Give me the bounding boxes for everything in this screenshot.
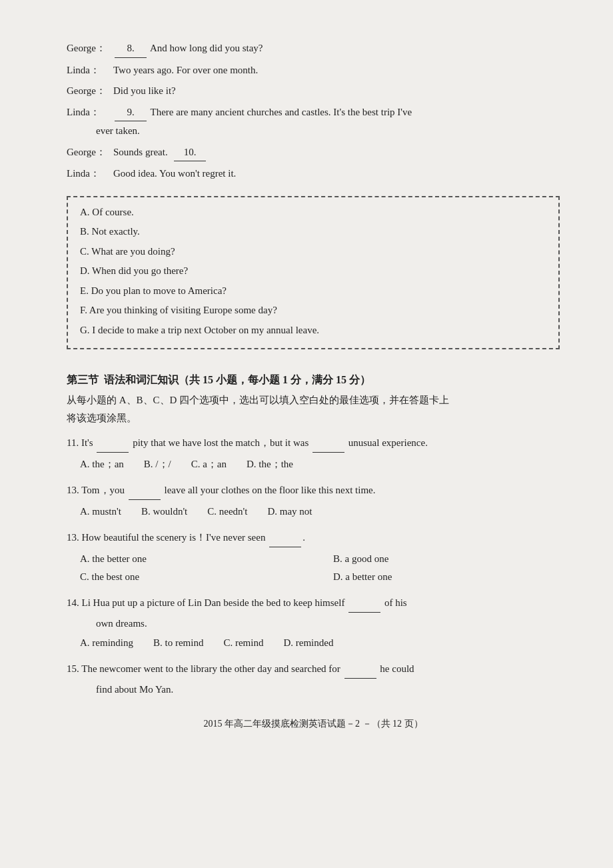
choice-14-D: D. reminded [283,634,333,652]
section3-desc1: 从每小题的 A、B、C、D 四个选项中，选出可以填入空白处的最佳选项，并在答题卡… [67,395,449,405]
dialog-george-2: George： Did you like it? [67,83,560,100]
choice-11-C: C. a；an [191,455,227,473]
dialog-text-george-8: 8. And how long did you stay? [113,40,560,58]
question-13b-text: 13. How beautiful the scenery is！I've ne… [67,529,560,547]
dialog-text-linda-2: Good idea. You won't regret it. [113,165,560,183]
blank-11b [312,434,344,453]
dialog-text-george-10: Sounds great. 10. [113,144,560,162]
dialog-text-linda-1: Two years ago. For over one month. [113,62,560,79]
speaker-linda-1: Linda： [67,62,113,79]
question-13b: 13. How beautiful the scenery is！I've ne… [67,529,560,586]
question-11: 11. It's pity that we have lost the matc… [67,434,560,473]
dialog-linda-2: Linda： Good idea. You won't regret it. [67,165,560,183]
section3-label: 第三节 [67,373,99,387]
choice-14-A: A. reminding [80,634,133,652]
dialog-george-8: George： 8. And how long did you stay? [67,40,560,58]
dialog-text-george-2: Did you like it? [113,83,560,100]
dialog-linda-1: Linda： Two years ago. For over one month… [67,62,560,79]
choice-13a-C: C. needn't [207,503,247,521]
options-box: A. Of course. B. Not exactly. C. What ar… [67,196,560,350]
choice-13b-B: B. a good one [333,550,560,568]
choice-13b-C: C. the best one [80,568,306,586]
speaker-george-10: George： [67,144,113,161]
blank-15 [344,660,376,679]
blank-9: 9. [115,104,147,122]
dialog-text-linda-9: 9. There are many ancient churches and c… [113,104,560,122]
option-D: D. When did you go there? [80,263,546,280]
question-15-continued: find about Mo Yan. [67,681,560,699]
speaker-george: George： [67,40,113,57]
section3-title: 第三节 语法和词汇知识（共 15 小题，每小题 1 分，满分 15 分） [67,373,560,387]
question-11-text: 11. It's pity that we have lost the matc… [67,434,560,453]
dialog-george-10: George： Sounds great. 10. [67,144,560,162]
choice-13a-D: D. may not [267,503,312,521]
question-11-choices: A. the；an B. /；/ C. a；an D. the；the [80,455,560,473]
blank-13b [269,529,301,547]
question-13b-choices: A. the better one B. a good one C. the b… [80,550,560,586]
question-14: 14. Li Hua put up a picture of Lin Dan b… [67,594,560,652]
speaker-linda-2: Linda： [67,165,113,183]
option-G: G. I decide to make a trip next October … [80,322,546,339]
choice-11-A: A. the；an [80,455,124,473]
question-13a-choices: A. mustn't B. wouldn't C. needn't D. may… [80,503,560,521]
section3-title-text: 语法和词汇知识（共 15 小题，每小题 1 分，满分 15 分） [104,373,370,387]
choice-11-D: D. the；the [247,455,293,473]
blank-11a [97,434,129,453]
section3-desc2: 将该选项涂黑。 [67,413,137,423]
question-14-choices: A. reminding B. to remind C. remind D. r… [80,634,560,652]
option-E: E. Do you plan to move to America? [80,283,546,300]
choice-13a-A: A. mustn't [80,503,121,521]
option-A: A. Of course. [80,204,546,221]
blank-14 [348,594,380,613]
option-B: B. Not exactly. [80,223,546,241]
option-F: F. Are you thinking of visiting Europe s… [80,302,546,319]
footer-text: 2015 年高二年级摸底检测英语试题－2 －（共 12 页） [204,719,423,729]
choice-14-B: B. to remind [153,634,203,652]
dialog-linda-9: Linda： 9. There are many ancient churche… [67,104,560,140]
question-13a: 13. Tom，you leave all your clothes on th… [67,481,560,521]
choice-11-B: B. /；/ [144,455,171,473]
dialog-linda-9-continued: ever taken. [67,123,560,140]
question-14-text: 14. Li Hua put up a picture of Lin Dan b… [67,594,560,613]
blank-13a [129,481,161,500]
question-15: 15. The newcomer went to the library the… [67,660,560,699]
blank-8: 8. [115,40,147,58]
choice-14-C: C. remind [223,634,263,652]
blank-10: 10. [174,144,206,162]
section3-desc: 从每小题的 A、B、C、D 四个选项中，选出可以填入空白处的最佳选项，并在答题卡… [67,391,560,427]
question-13a-text: 13. Tom，you leave all your clothes on th… [67,481,560,500]
speaker-linda-9: Linda： [67,104,113,121]
choice-13b-A: A. the better one [80,550,306,568]
footer: 2015 年高二年级摸底检测英语试题－2 －（共 12 页） [67,718,560,730]
question-15-text: 15. The newcomer went to the library the… [67,660,560,679]
option-C: C. What are you doing? [80,243,546,261]
speaker-george-2: George： [67,83,113,100]
choice-13a-B: B. wouldn't [141,503,187,521]
choice-13b-D: D. a better one [333,568,560,586]
question-14-continued: own dreams. [67,615,560,633]
